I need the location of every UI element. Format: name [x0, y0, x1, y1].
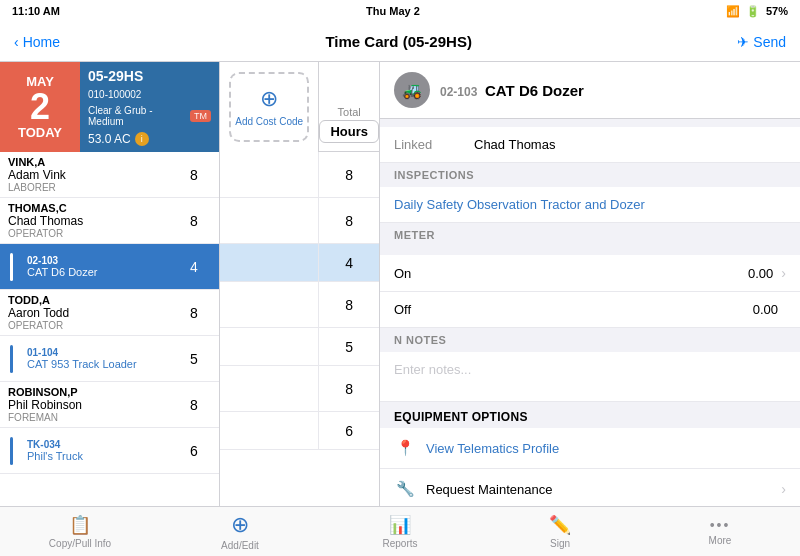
- send-icon: ✈: [737, 34, 749, 50]
- equipment-icon: 🚜: [394, 72, 430, 108]
- employee-row[interactable]: THOMAS,C Chad Thomas OPERATOR 8: [0, 198, 219, 244]
- emp-last: VINK,A: [8, 156, 161, 168]
- acreage-row: 53.0 AC i: [88, 132, 211, 146]
- inspection-link[interactable]: Daily Safety Observation Tractor and Doz…: [380, 187, 800, 223]
- inspections-header: INSPECTIONS: [380, 163, 800, 187]
- hours-cell-row: 8: [220, 366, 379, 412]
- eq-indicator: [10, 437, 13, 465]
- telematics-icon: 📍: [394, 439, 416, 457]
- home-label: Home: [23, 34, 60, 50]
- equipment-row[interactable]: TK-034 Phil's Truck 6: [0, 428, 219, 474]
- status-right: 📶 🔋 57%: [726, 5, 788, 18]
- add-cost-button[interactable]: ⊕ Add Cost Code: [229, 72, 309, 142]
- tab-more[interactable]: ••• More: [640, 517, 800, 546]
- cost-cell: [220, 328, 319, 365]
- eq-info: TK-034 Phil's Truck: [19, 435, 169, 466]
- acreage-value: 53.0 AC: [88, 132, 131, 146]
- today-label: TODAY: [18, 125, 62, 140]
- copy-icon: 📋: [69, 514, 91, 536]
- add-cost-label: Add Cost Code: [235, 116, 303, 128]
- cost-cell: [220, 412, 319, 449]
- add-icon: ⊕: [260, 86, 278, 112]
- employee-row[interactable]: VINK,A Adam Vink LABORER 8: [0, 152, 219, 198]
- emp-first: Aaron Todd: [8, 306, 161, 320]
- notes-area[interactable]: Enter notes...: [380, 352, 800, 402]
- equipment-options-header: EQUIPMENT OPTIONS: [380, 402, 800, 428]
- hours-cell: 8: [319, 152, 379, 197]
- add-cost-section: ⊕ Add Cost Code: [220, 62, 319, 152]
- meter-off-row[interactable]: Off 0.00: [380, 292, 800, 328]
- emp-last: THOMAS,C: [8, 202, 161, 214]
- job-id: 010-100002: [88, 89, 141, 100]
- eq-id-label: 02-103: [440, 85, 477, 99]
- meter-header: METER: [380, 223, 800, 247]
- maintenance-icon: 🔧: [394, 480, 416, 498]
- tab-sign-label: Sign: [550, 538, 570, 549]
- hours-button[interactable]: Hours: [319, 120, 379, 143]
- battery-percent: 57%: [766, 5, 788, 17]
- emp-first: Adam Vink: [8, 168, 161, 182]
- meter-on-value: 0.00: [748, 266, 773, 281]
- hours-cell-row: 8: [220, 198, 379, 244]
- maintenance-label: Request Maintenance: [426, 482, 771, 497]
- meter-off-label: Off: [394, 302, 753, 317]
- send-label: Send: [753, 34, 786, 50]
- job-desc: Clear & Grub - Medium: [88, 105, 186, 127]
- linked-section: Linked Chad Thomas: [380, 127, 800, 163]
- tab-copy-pull-info[interactable]: 📋 Copy/Pull Info: [0, 514, 160, 549]
- request-maintenance-button[interactable]: 🔧 Request Maintenance ›: [380, 469, 800, 506]
- emp-hours: 8: [169, 389, 219, 421]
- tab-copy-label: Copy/Pull Info: [49, 538, 111, 549]
- main-content: May 2 TODAY 05-29HS 010-100002 Clear & G…: [0, 62, 800, 506]
- tm-badge: TM: [190, 110, 211, 122]
- emp-role: FOREMAN: [8, 412, 161, 423]
- status-bar: 11:10 AM Thu May 2 📶 🔋 57%: [0, 0, 800, 22]
- linked-row: Linked Chad Thomas: [380, 127, 800, 163]
- eq-info: 01-104 CAT 953 Track Loader: [19, 343, 169, 374]
- view-telematics-button[interactable]: 📍 View Telematics Profile: [380, 428, 800, 469]
- notes-header: N NOTES: [380, 328, 800, 352]
- equipment-detail-header: 🚜 02-103 CAT D6 Dozer: [380, 62, 800, 119]
- employee-list: VINK,A Adam Vink LABORER 8 THOMAS,C Chad…: [0, 152, 219, 506]
- eq-info: 02-103 CAT D6 Dozer: [19, 251, 169, 282]
- eq-hours: 4: [169, 251, 219, 283]
- emp-first: Chad Thomas: [8, 214, 161, 228]
- tab-sign[interactable]: ✏️ Sign: [480, 514, 640, 549]
- meter-on-row[interactable]: On 0.00 ›: [380, 255, 800, 292]
- add-edit-icon: ⊕: [231, 512, 249, 538]
- tab-reports[interactable]: 📊 Reports: [320, 514, 480, 549]
- equipment-row[interactable]: 01-104 CAT 953 Track Loader 5: [0, 336, 219, 382]
- emp-hours: 8: [169, 205, 219, 237]
- equipment-row-selected[interactable]: 02-103 CAT D6 Dozer 4: [0, 244, 219, 290]
- meter-off-value: 0.00: [753, 302, 778, 317]
- emp-info: TODD,A Aaron Todd OPERATOR: [0, 290, 169, 335]
- hours-cell: 8: [319, 366, 379, 411]
- eq-hours: 6: [169, 435, 219, 467]
- eq-indicator: [10, 253, 13, 281]
- employee-row[interactable]: ROBINSON,P Phil Robinson FOREMAN 8: [0, 382, 219, 428]
- emp-last: ROBINSON,P: [8, 386, 161, 398]
- hours-cell-row: 5: [220, 328, 379, 366]
- cost-cell: [220, 282, 319, 327]
- hours-cell-row: 8: [220, 282, 379, 328]
- eq-name-label: CAT D6 Dozer: [485, 82, 584, 99]
- eq-name: Phil's Truck: [27, 450, 161, 462]
- emp-role: OPERATOR: [8, 228, 161, 239]
- hours-cell: 4: [319, 244, 379, 281]
- wifi-icon: 📶: [726, 5, 740, 18]
- cost-cell: [220, 198, 319, 243]
- eq-indicator: [10, 345, 13, 373]
- tab-add-edit[interactable]: ⊕ Add/Edit: [160, 512, 320, 551]
- cost-cell: [220, 366, 319, 411]
- tab-bar: 📋 Copy/Pull Info ⊕ Add/Edit 📊 Reports ✏️…: [0, 506, 800, 556]
- eq-name: CAT D6 Dozer: [27, 266, 161, 278]
- tab-more-label: More: [709, 535, 732, 546]
- send-button[interactable]: ✈ Send: [737, 34, 786, 50]
- more-icon: •••: [710, 517, 731, 533]
- telematics-label: View Telematics Profile: [426, 441, 786, 456]
- hours-cell: 8: [319, 282, 379, 327]
- date-info-box[interactable]: 05-29HS 010-100002 Clear & Grub - Medium…: [80, 62, 219, 152]
- employee-row[interactable]: TODD,A Aaron Todd OPERATOR 8: [0, 290, 219, 336]
- eq-id: 01-104: [27, 347, 161, 358]
- home-button[interactable]: ‹ Home: [14, 34, 60, 50]
